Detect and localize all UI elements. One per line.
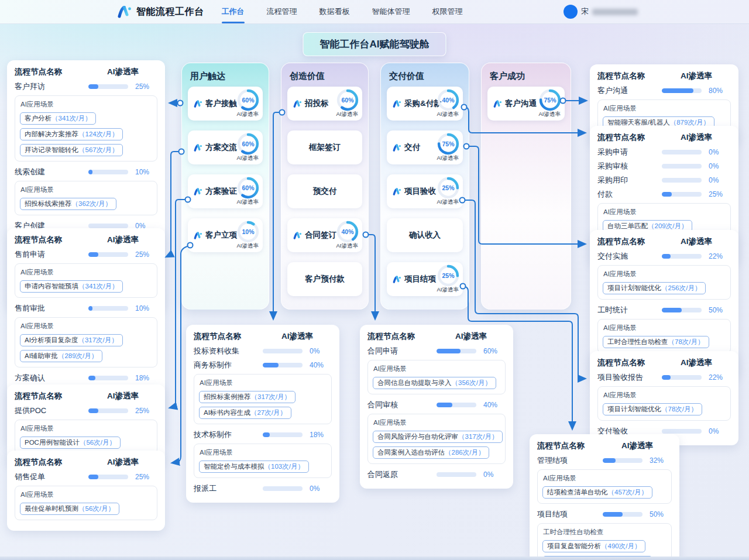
flow-node-card[interactable]: 项目验收25%AI渗透率	[387, 174, 463, 208]
nav-item-3[interactable]: 智能体管理	[371, 0, 411, 23]
penetration-value: 40%	[483, 401, 506, 409]
gauge-label: AI渗透率	[336, 111, 358, 118]
gauge-label: AI渗透率	[539, 111, 561, 118]
process-row: 采购用印0%	[597, 175, 731, 185]
penetration-value: 50%	[709, 306, 731, 314]
gauge-label: AI渗透率	[437, 198, 459, 206]
scene-chip[interactable]: 招投标案例推荐（317次/月）	[199, 391, 296, 403]
scene-chip-list: 招投标线索推荐（362次/月）	[20, 198, 152, 210]
penetration-value: 10%	[135, 168, 157, 176]
app-title: 智能流程工作台	[136, 6, 204, 18]
flow-node-card[interactable]: 方案验证60%AI渗透率	[188, 174, 263, 208]
flow-node-card[interactable]: 框架签订	[287, 130, 362, 164]
flow-node-card[interactable]: 预交付	[287, 174, 362, 208]
penetration-value: 25%	[135, 473, 157, 481]
process-node-name: 管理结项	[537, 455, 603, 466]
nav-item-2[interactable]: 数据看板	[318, 0, 351, 23]
scene-chip[interactable]: 项目计划智能优化（78次/月）	[603, 403, 702, 415]
scene-box-label: AI应用场景	[20, 185, 152, 194]
flow-node-card[interactable]: 客户沟通75%AI渗透率	[487, 87, 565, 121]
scene-chip[interactable]: 项目复盘智能分析（490次/月）	[542, 540, 645, 552]
user-box[interactable]: 宋	[564, 0, 638, 23]
scene-chip-list: POC用例智能设计（56次/月）	[20, 437, 152, 449]
flow-node-card[interactable]: 采购&付款40%AI渗透率	[387, 87, 463, 121]
scene-box-label: AI应用场景	[603, 104, 726, 113]
flow-node-card[interactable]: 客户预付款	[287, 262, 362, 296]
scene-chip[interactable]: AI标书内容生成（27次/月）	[199, 407, 291, 419]
scene-chip[interactable]: 智能定价与成本模拟（103次/月）	[199, 461, 309, 473]
scene-chip-list: 智能定价与成本模拟（103次/月）	[199, 461, 327, 473]
flow-node-card[interactable]: 方案交流60%AI渗透率	[188, 130, 263, 164]
scene-chip-list: 最佳促单时机预测（56次/月）	[20, 503, 152, 515]
penetration-value: 0%	[709, 162, 731, 170]
stage-column-3: 客户成功客户沟通75%AI渗透率	[481, 63, 571, 310]
flow-node-name: 交付	[393, 130, 420, 164]
process-node-name: 客户沟通	[597, 85, 662, 96]
avatar[interactable]	[564, 5, 578, 19]
penetration-bar	[662, 178, 702, 183]
scene-box: AI应用场景项目计划智能优化（78次/月）	[597, 386, 731, 421]
scene-chip[interactable]: AI分析项目复杂度（317次/月）	[20, 334, 123, 346]
flow-node-card[interactable]: 客户接触60%AI渗透率	[188, 87, 263, 121]
scene-chip-list: 客户分析（341次/月）内部解决方案推荐（124次/月）拜访记录智能转化（567…	[20, 112, 152, 156]
penetration-bar	[88, 475, 128, 479]
penetration-value: 25%	[135, 250, 157, 259]
scene-chip[interactable]: 拜访记录智能转化（567次/月）	[20, 144, 123, 156]
flow-node-name: 预交付	[287, 174, 362, 208]
process-node-name: 付款	[597, 189, 662, 200]
flow-node-name: 客户预付款	[287, 262, 362, 296]
process-row: 提供POC25%	[15, 406, 157, 416]
scene-chip[interactable]: 合同风险评分与自动化评审（317次/月）	[373, 431, 503, 443]
flow-node-name: 确认收入	[387, 218, 463, 252]
flow-node-card[interactable]: 招投标60%AI渗透率	[287, 87, 362, 121]
penetration-bar	[88, 376, 128, 380]
flow-node-card[interactable]: 确认收入	[387, 218, 463, 252]
nav-item-0[interactable]: 工作台	[221, 0, 246, 23]
panel-col-pct-label: AI渗透率	[263, 331, 332, 342]
penetration-bar	[88, 252, 128, 257]
scene-chip[interactable]: 最佳促单时机预测（56次/月）	[20, 503, 119, 515]
flow-node-card[interactable]: 项目结项25%AI渗透率	[387, 262, 463, 296]
penetration-value: 0%	[310, 485, 332, 493]
scene-chip[interactable]: 招投标线索推荐（362次/月）	[20, 198, 116, 210]
penetration-value: 25%	[437, 176, 460, 200]
flow-node-card[interactable]: 交付75%AI渗透率	[387, 130, 463, 164]
process-node-name: 报派工	[194, 483, 263, 494]
scene-chip[interactable]: 结项检查清单自动化（457次/月）	[542, 486, 652, 499]
nav-item-4[interactable]: 权限管理	[431, 0, 464, 23]
scene-chip[interactable]: POC用例智能设计（56次/月）	[20, 437, 121, 449]
scene-chip[interactable]: 申请内容智能预填（341次/月）	[20, 280, 123, 293]
flow-node-name: 方案验证	[194, 174, 237, 208]
panel-col-pct-label: AI渗透率	[662, 132, 731, 143]
penetration-value: 18%	[310, 431, 332, 439]
flow-node-card[interactable]: 合同签订40%AI渗透率	[287, 218, 362, 252]
scene-chip[interactable]: 工时合理性自动检查（78次/月）	[603, 336, 709, 348]
penetration-bar	[437, 349, 476, 353]
penetration-bar	[88, 306, 128, 311]
scene-chip[interactable]: 客户分析（341次/月）	[20, 112, 96, 125]
panel-header: 流程节点名称AI渗透率	[537, 441, 672, 451]
scene-chip[interactable]: 合同信息自动提取与录入（356次/月）	[373, 377, 496, 389]
penetration-bar	[263, 486, 303, 491]
process-node-name: 提供POC	[15, 406, 88, 416]
flow-node-name: 客户沟通	[493, 87, 537, 121]
scene-chip[interactable]: 内部解决方案推荐（124次/月）	[20, 128, 123, 140]
flow-node-card[interactable]: 客户立项10%AI渗透率	[188, 218, 263, 252]
penetration-value: 40%	[310, 361, 332, 369]
process-panel-bottom2: 流程节点名称AI渗透率合同申请60%AI应用场景合同信息自动提取与录入（356次…	[360, 325, 513, 489]
scene-chip[interactable]: AI辅助审批（289次/月）	[20, 350, 102, 362]
process-row: 技术标制作18%	[194, 430, 332, 440]
process-row: 采购申请0%	[597, 147, 731, 157]
ai-logo-icon	[293, 99, 302, 108]
penetration-value: 40%	[336, 220, 359, 243]
scene-box: AI应用场景招投标线索推荐（362次/月）	[15, 181, 157, 215]
panel-header: 流程节点名称AI渗透率	[15, 391, 157, 401]
penetration-value: 60%	[336, 88, 359, 112]
nav-item-1[interactable]: 流程管理	[266, 0, 298, 23]
scene-chip[interactable]: 项目计划智能优化（256次/月）	[603, 282, 706, 294]
scene-chip[interactable]: 合同案例入选自动评估（286次/月）	[373, 446, 489, 459]
penetration-value: 25%	[135, 83, 157, 91]
panel-col-name-label: 流程节点名称	[194, 331, 263, 342]
scene-chip-list: 项目计划智能优化（256次/月）	[603, 282, 726, 294]
penetration-value: 22%	[709, 252, 731, 260]
